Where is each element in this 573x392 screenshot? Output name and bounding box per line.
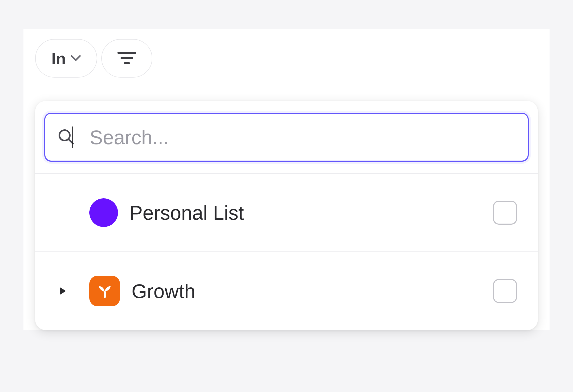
top-controls: In: [23, 39, 550, 78]
filter-icon: [117, 51, 136, 66]
in-dropdown-button[interactable]: In: [35, 39, 97, 78]
dropdown-panel: Personal List Growth: [35, 101, 538, 330]
list-item[interactable]: Growth: [35, 252, 538, 330]
search-box[interactable]: [44, 113, 529, 162]
search-icon: [58, 129, 74, 146]
search-wrapper: [35, 101, 538, 174]
list-item-checkbox[interactable]: [493, 279, 517, 303]
triangle-right-icon: [60, 287, 66, 295]
chevron-down-icon: [71, 55, 81, 62]
panel-container: In: [23, 29, 550, 330]
list-item-checkbox[interactable]: [493, 201, 517, 225]
plant-icon: [89, 276, 120, 306]
svg-rect-5: [104, 291, 106, 298]
filter-button[interactable]: [101, 39, 152, 78]
in-button-label: In: [51, 49, 66, 68]
list-item[interactable]: Personal List: [35, 174, 538, 252]
search-input[interactable]: [90, 126, 337, 149]
circle-icon: [89, 198, 118, 227]
list-item-label: Growth: [132, 280, 493, 302]
cursor: [74, 126, 337, 149]
expand-toggle[interactable]: [60, 287, 89, 295]
list-item-label: Personal List: [129, 201, 493, 224]
